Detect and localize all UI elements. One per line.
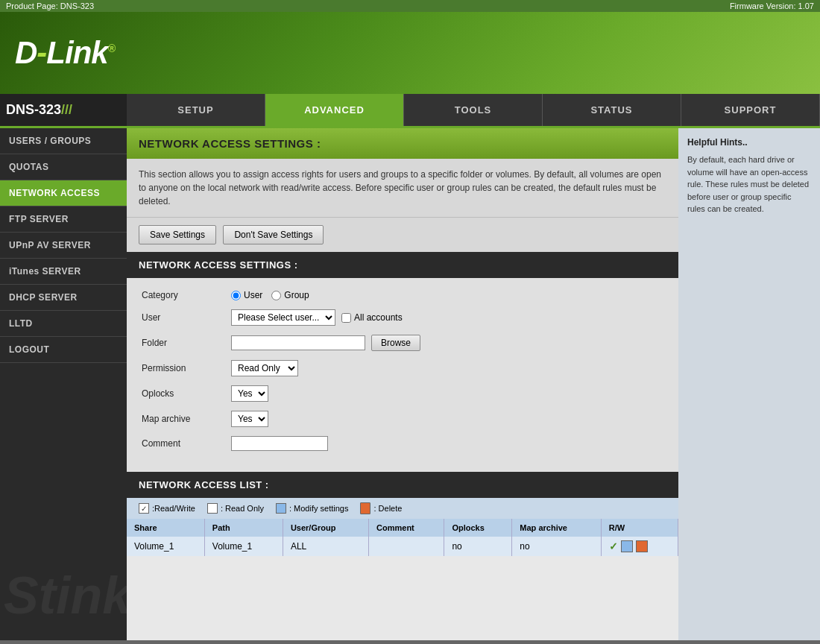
action-icons: ✓ (609, 540, 670, 552)
rw-check-icon: ✓ (609, 540, 618, 552)
list-header: NETWORK ACCESS LIST : (127, 472, 678, 498)
tab-status[interactable]: STATUS (543, 94, 681, 126)
comment-row: Comment (142, 436, 663, 451)
dont-save-settings-button[interactable]: Don't Save Settings (223, 225, 324, 244)
group-radio-text: Group (284, 290, 309, 300)
all-accounts-text: All accounts (354, 312, 403, 323)
cell-rw-actions: ✓ (601, 537, 678, 556)
user-radio-text: User (244, 290, 262, 300)
oplocks-label: Oplocks (142, 388, 231, 399)
permission-control: Read Only Read/Write No Access (231, 360, 298, 376)
info-text: This section allows you to assign access… (139, 168, 666, 208)
content-area: NETWORK ACCESS SETTINGS : This section a… (127, 128, 678, 640)
permission-select[interactable]: Read Only Read/Write No Access (231, 360, 298, 376)
logo-registered: ® (108, 42, 115, 54)
user-radio-label[interactable]: User (231, 290, 262, 300)
folder-input[interactable] (231, 335, 365, 350)
legend-read-only: : Read Only (207, 503, 264, 514)
legend-row: ✓ :Read/Write : Read Only : Modify setti… (127, 498, 678, 519)
map-archive-control: Yes No (231, 411, 268, 427)
cell-user-group: ALL (283, 537, 368, 556)
logo-link: Link (46, 35, 107, 70)
permission-label: Permission (142, 363, 231, 373)
hints-text: By default, each hard drive or volume wi… (687, 154, 811, 215)
browse-button[interactable]: Browse (371, 335, 420, 351)
comment-label: Comment (142, 438, 231, 449)
col-map-archive: Map archive (512, 519, 601, 537)
category-row: Category User Group (142, 290, 663, 300)
tab-tools[interactable]: TOOLS (404, 94, 543, 126)
logo-dot: - (37, 35, 46, 70)
map-archive-select[interactable]: Yes No (231, 411, 268, 427)
col-rw: R/W (601, 519, 678, 537)
col-oplocks: Oplocks (444, 519, 512, 537)
legend-modify: : Modify settings (276, 503, 348, 514)
top-bar: Product Page: DNS-323 Firmware Version: … (0, 0, 820, 12)
dns-slashes: /// (61, 102, 72, 117)
tab-advanced[interactable]: ADVANCED (265, 94, 404, 126)
legend-read-write: ✓ :Read/Write (139, 503, 195, 514)
save-settings-button[interactable]: Save Settings (139, 225, 216, 244)
user-select[interactable]: Please Select user... (231, 309, 335, 326)
sidebar-item-logout[interactable]: LOGOUT (0, 337, 127, 363)
delete-icon (360, 502, 370, 514)
main-layout: USERS / GROUPS QUOTAS NETWORK ACCESS FTP… (0, 128, 820, 640)
cell-map-archive: no (512, 537, 601, 556)
category-control: User Group (231, 290, 309, 300)
device-label: DNS-323/// (6, 102, 72, 118)
modify-icon (276, 503, 286, 514)
table-row: Volume_1 Volume_1 ALL no no ✓ (127, 537, 678, 556)
hints-panel: Helpful Hints.. By default, each hard dr… (678, 128, 820, 640)
sidebar-item-dhcp-server[interactable]: DHCP SERVER (0, 285, 127, 311)
legend-modify-text: : Modify settings (289, 504, 348, 513)
sidebar-item-quotas[interactable]: QUOTAS (0, 154, 127, 180)
sidebar-item-itunes-server[interactable]: iTunes SERVER (0, 259, 127, 285)
user-radio[interactable] (231, 291, 241, 300)
category-label: Category (142, 290, 231, 300)
cell-path: Volume_1 (204, 537, 283, 556)
comment-input[interactable] (231, 436, 328, 451)
user-row: User Please Select user... All accounts (142, 309, 663, 326)
edit-icon[interactable] (621, 540, 633, 552)
info-box: This section allows you to assign access… (127, 159, 678, 217)
section1-header: NETWORK ACCESS SETTINGS : (127, 128, 678, 159)
btn-row: Save Settings Don't Save Settings (127, 217, 678, 252)
logo-d: D (15, 35, 37, 70)
table-header-row: Share Path User/Group Comment Oplocks Ma… (127, 519, 678, 537)
legend-rw-text: :Read/Write (152, 504, 195, 513)
folder-label: Folder (142, 338, 231, 348)
sidebar-item-users-groups[interactable]: USERS / GROUPS (0, 128, 127, 154)
sidebar-item-network-access[interactable]: NETWORK ACCESS (0, 180, 127, 206)
firmware-label: Firmware Version: 1.07 (730, 1, 814, 10)
all-accounts-checkbox[interactable] (341, 313, 351, 323)
folder-control: Browse (231, 335, 420, 351)
device-label-area: DNS-323/// (0, 94, 127, 126)
form-area: Category User Group User P (127, 278, 678, 472)
ro-icon (207, 503, 218, 514)
sidebar-item-ftp-server[interactable]: FTP SERVER (0, 206, 127, 233)
tab-support[interactable]: SUPPORT (681, 94, 820, 126)
hints-title: Helpful Hints.. (687, 137, 811, 148)
col-comment: Comment (369, 519, 444, 537)
legend-delete-text: : Delete (373, 504, 402, 513)
all-accounts-label[interactable]: All accounts (341, 312, 403, 323)
tab-setup[interactable]: SETUP (127, 94, 265, 126)
rw-icon: ✓ (139, 503, 149, 514)
logo-area: D-Link® (0, 12, 820, 94)
folder-row: Folder Browse (142, 335, 663, 351)
cell-comment (369, 537, 444, 556)
legend-delete: : Delete (360, 502, 402, 514)
sidebar: USERS / GROUPS QUOTAS NETWORK ACCESS FTP… (0, 128, 127, 640)
group-radio[interactable] (271, 291, 281, 300)
group-radio-label[interactable]: Group (271, 290, 309, 300)
col-path: Path (204, 519, 283, 537)
sidebar-item-upnp-av-server[interactable]: UPnP AV SERVER (0, 233, 127, 259)
oplocks-select[interactable]: Yes No (231, 385, 268, 402)
cell-share: Volume_1 (127, 537, 204, 556)
col-user-group: User/Group (283, 519, 368, 537)
user-label: User (142, 312, 231, 323)
delete-row-icon[interactable] (636, 540, 648, 552)
sidebar-item-lltd[interactable]: LLTD (0, 311, 127, 337)
access-table: Share Path User/Group Comment Oplocks Ma… (127, 519, 678, 556)
permission-row: Permission Read Only Read/Write No Acces… (142, 360, 663, 376)
